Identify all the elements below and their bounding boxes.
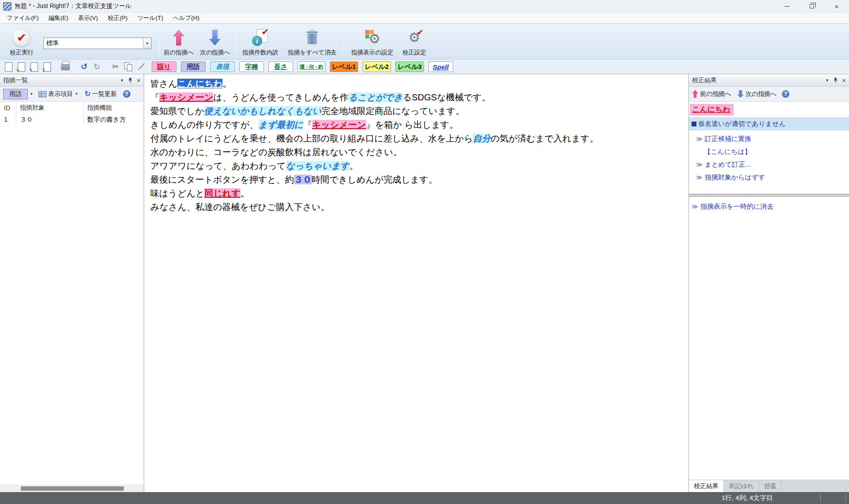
category-button[interactable]: 長さ <box>268 61 293 72</box>
prev-issue-link[interactable]: 前の指摘へ <box>692 90 731 98</box>
restore-button[interactable] <box>799 0 824 12</box>
filter-chevron-icon[interactable]: ▼ <box>28 89 35 99</box>
category-button[interactable]: レベル3 <box>395 61 424 72</box>
horizontal-scrollbar[interactable] <box>0 485 144 492</box>
pin-icon[interactable] <box>833 77 838 83</box>
prev-issue-button[interactable]: 前の指摘へ <box>163 26 195 57</box>
menu-item[interactable]: ファイル(F) <box>2 13 44 23</box>
category-button[interactable]: Spell <box>428 61 453 72</box>
col-target[interactable]: 指摘対象 <box>16 102 83 114</box>
category-button[interactable]: 用語 <box>181 61 206 72</box>
menu-item[interactable]: 校正(P) <box>103 13 133 23</box>
next-issue-link[interactable]: 次の指摘へ <box>738 90 777 98</box>
columns-chevron-icon[interactable]: ▼ <box>73 89 80 99</box>
replace-candidate-link[interactable]: ≫訂正候補に置換 <box>696 135 849 143</box>
table-cell: 1 <box>0 116 16 123</box>
doc-line: 愛知県でしか使えないかもしれなくもない完全地域限定商品になっています。 <box>150 104 684 118</box>
category-button[interactable]: 誤り <box>152 61 176 72</box>
menubar: ファイル(F)編集(E)表示(V)校正(P)ツール(T)ヘルプ(H) <box>0 12 849 24</box>
proof-result-panel: 校正結果 ▼ × 前の指摘へ 次の指摘へ ? <box>688 74 849 492</box>
issue-list-panel: 指摘一覧 ▼ × 用語 ▼ 表示項目 ▼ ↻ 一覧更新 ? ID 指摘対象 <box>0 74 144 492</box>
cut-icon[interactable]: ✂ <box>110 61 121 73</box>
format-pen-icon[interactable] <box>135 61 147 73</box>
run-proofread-button[interactable]: ✔ 校正実行 <box>4 26 39 57</box>
panel-menu-icon[interactable]: ▼ <box>120 78 124 83</box>
issue-highlight-selected[interactable]: こんにちわ <box>177 79 222 88</box>
proof-result-title: 校正結果 <box>692 76 717 84</box>
help-icon[interactable]: ? <box>123 90 130 98</box>
issue-count-button[interactable]: ✔i 指摘件数内訳 <box>240 26 281 57</box>
col-id[interactable]: ID <box>0 104 16 111</box>
copy-icon[interactable] <box>122 61 134 73</box>
open-document-icon[interactable]: ↳ <box>15 61 27 73</box>
next-issue-button[interactable]: 次の指摘へ <box>199 26 231 57</box>
caret-position: 1行, 4列, 4文字目 <box>690 492 805 504</box>
columns-button[interactable]: 表示項目 <box>48 90 73 98</box>
help-icon[interactable]: ? <box>782 90 789 98</box>
panel-menu-icon[interactable]: ▼ <box>825 78 829 83</box>
menu-item[interactable]: ヘルプ(H) <box>168 13 204 23</box>
scrollbar-thumb[interactable] <box>21 486 124 491</box>
refresh-icon: ↻ <box>84 89 91 99</box>
issue-highlight-expression[interactable]: ることができ <box>348 92 403 102</box>
menu-item[interactable]: ツール(T) <box>133 13 168 23</box>
exclude-target-link[interactable]: ≫指摘対象からはずす <box>696 173 849 182</box>
issue-highlight-number[interactable]: ３０ <box>294 175 312 184</box>
panel-close-icon[interactable]: × <box>842 77 846 84</box>
temporary-clear-link[interactable]: ≫指摘表示を一時的に消去 <box>692 202 849 211</box>
result-tab[interactable]: 校正結果 <box>689 480 724 492</box>
category-button[interactable]: 環・印・約 <box>298 61 325 72</box>
doc-line: 味はうどんと同じれす。 <box>150 187 684 200</box>
issue-highlight-error[interactable]: キッシメーン <box>312 120 366 130</box>
close-button[interactable]: × <box>824 0 849 12</box>
result-tab[interactable]: 括弧 <box>759 480 782 492</box>
issue-highlight-expression[interactable]: 自分 <box>473 134 490 143</box>
issue-table-row[interactable]: 1３０数字の書き方 <box>0 114 144 125</box>
doc-text: 愛知県でしか <box>150 106 204 116</box>
col-function[interactable]: 指摘機能 <box>83 102 144 114</box>
menu-item[interactable]: 表示(V) <box>73 13 103 23</box>
category-button[interactable]: レベル1 <box>330 61 358 72</box>
clear-issues-button[interactable]: 指摘をすべて消去 <box>286 26 338 57</box>
refresh-button[interactable]: 一覧更新 <box>92 90 117 98</box>
table-cell: ３０ <box>16 114 83 125</box>
issue-highlight-expression[interactable]: なっちゃいます <box>286 161 349 171</box>
issue-highlight-expression[interactable]: 使えないかもしれなくもない <box>204 106 321 116</box>
save-document-icon[interactable]: ✎ <box>28 61 40 73</box>
filter-select[interactable]: 用語 <box>3 89 28 99</box>
profile-select[interactable]: 標準 ▼ <box>43 38 152 49</box>
undo-icon[interactable]: ↺ <box>78 61 90 73</box>
category-button[interactable]: レベル2 <box>363 61 391 72</box>
issue-highlight-error[interactable]: キッシメーン <box>159 92 213 102</box>
print-icon[interactable] <box>60 61 71 73</box>
export-document-icon[interactable]: ↧ <box>41 61 53 73</box>
pin-icon[interactable] <box>128 77 133 83</box>
category-button[interactable]: 字種 <box>239 61 264 72</box>
menu-item[interactable]: 編集(E) <box>44 13 73 23</box>
profile-value: 標準 <box>44 39 143 47</box>
chevron-icon: ≫ <box>696 174 703 181</box>
doc-line: みなさん、私達の器械をぜひご購入下さい。 <box>150 200 684 214</box>
category-button[interactable]: 表現 <box>210 61 235 72</box>
doc-text: 。 <box>241 188 249 198</box>
issue-highlight-error[interactable]: 同じれす <box>204 188 240 198</box>
toolbar-separator <box>107 61 107 72</box>
chevron-down-icon[interactable]: ▼ <box>143 38 151 49</box>
candidate-word[interactable]: 【こんにちは】 <box>704 148 849 156</box>
minimize-button[interactable] <box>775 0 799 12</box>
arrow-down-icon <box>209 30 221 46</box>
new-document-icon[interactable] <box>3 61 14 73</box>
chevron-icon: ≫ <box>696 135 703 142</box>
display-settings-button[interactable]: ⚙ 指摘表示の設定 <box>349 26 395 57</box>
panel-close-icon[interactable]: × <box>137 77 141 84</box>
document-editor[interactable]: 皆さんこんにちわ。『キッシメーンは、うどんを使ってきしめんを作ることができるSD… <box>144 74 688 492</box>
batch-correct-link[interactable]: ≫まとめて訂正... <box>696 160 849 169</box>
redo-icon[interactable]: ↻ <box>91 61 103 73</box>
chevron-icon: ≫ <box>696 161 703 168</box>
proofread-settings-button[interactable]: ⚙✔ 校正設定 <box>401 26 428 57</box>
doc-text: 。 <box>222 79 231 88</box>
doc-text: 皆さん <box>150 79 177 88</box>
result-tab[interactable]: 表記ゆれ <box>724 480 759 492</box>
proofread-settings-label: 校正設定 <box>402 49 426 57</box>
issue-highlight-expression[interactable]: まず最初に <box>258 120 303 130</box>
